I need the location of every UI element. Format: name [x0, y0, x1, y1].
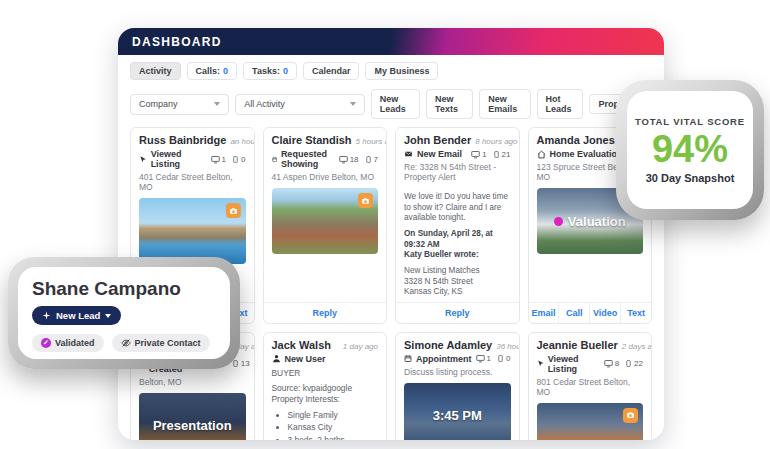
private-contact-badge: Private Contact [112, 334, 210, 352]
timestamp: 5 hours ago [356, 137, 387, 146]
reply-button[interactable]: Reply [396, 303, 519, 323]
desktop-view-count: 18 [350, 155, 359, 164]
play-icon [554, 217, 563, 226]
email-date: On Sunday, April 28, at 09:32 AM [404, 229, 493, 249]
appointment-thumbnail: 3:45 PM [404, 383, 511, 440]
filter-new-emails-button[interactable]: New Emails [479, 89, 530, 119]
lead-card-john-bender: John Bender8 hours ago New Email 1 21 Re… [395, 127, 520, 324]
mobile-icon [625, 359, 632, 368]
mobile-view-count: 13 [241, 359, 250, 368]
email-subject: Re: 3328 N 54th Street - Property Alert [404, 162, 511, 182]
tab-calendar[interactable]: Calendar [303, 62, 360, 80]
tab-calls[interactable]: Calls:0 [187, 62, 238, 80]
calendar-icon [272, 155, 277, 164]
email-preview: We love it! Do you have time to show it?… [396, 185, 519, 302]
filter-hot-leads-button[interactable]: Hot Leads [537, 89, 584, 119]
property-address: 41 Aspen Drive Belton, MO [272, 172, 379, 182]
score-title: TOTAL VITAL SCORE [635, 116, 745, 127]
lead-name: Jack Walsh [272, 339, 332, 351]
filter-new-leads-button[interactable]: New Leads [371, 89, 420, 119]
listing-photo [272, 188, 379, 254]
envelope-icon [404, 150, 413, 158]
person-icon [272, 354, 281, 363]
photo-count-badge[interactable] [226, 203, 241, 218]
activity-type: New Email [417, 149, 462, 159]
validated-badge: ✓Validated [32, 334, 104, 352]
window-header: DASHBOARD [118, 28, 664, 55]
lead-card-jack-walsh: Jack Walsh1 day ago New User BUYER Sourc… [263, 332, 388, 440]
cursor-icon [537, 359, 544, 368]
popup-lead-name: Shane Campano [32, 278, 216, 300]
tab-bar: Activity Calls:0 Tasks:0 Calendar My Bus… [118, 55, 664, 83]
mobile-view-count: 22 [634, 359, 643, 368]
lead-role: BUYER [272, 368, 379, 379]
mobile-view-count: 21 [502, 150, 511, 159]
desktop-view-count: 1 [482, 150, 486, 159]
company-select[interactable]: Company [130, 94, 229, 115]
camera-icon [361, 197, 370, 205]
activity-type: Viewed Listing [151, 149, 211, 169]
property-address: Belton, MO [139, 377, 246, 387]
email-body: We love it! Do you have time to show it?… [404, 192, 511, 224]
email-author: Katy Bueller wrote: [404, 250, 479, 259]
camera-icon [626, 411, 635, 419]
desktop-view-count: 1 [487, 354, 491, 363]
property-address: 801 Cedar Street Belton, MO [537, 377, 644, 397]
appointment-note: Discuss listing process. [404, 367, 511, 377]
desktop-icon [339, 155, 348, 164]
appointment-time-label: 3:45 PM [433, 408, 482, 423]
tab-tasks[interactable]: Tasks:0 [243, 62, 297, 80]
lead-card-claire-standish: Claire Standish5 hours ago Requested Sho… [263, 127, 388, 324]
photo-count-badge[interactable] [358, 193, 373, 208]
chevron-down-icon [214, 102, 220, 106]
lead-status-dropdown[interactable]: New Lead [32, 306, 121, 325]
mobile-view-count: 7 [374, 155, 378, 164]
listing-photo [139, 198, 246, 264]
total-vital-score-card: TOTAL VITAL SCORE 94% 30 Day Snapshot [616, 80, 764, 220]
camera-icon [229, 207, 238, 215]
sparkle-icon [42, 311, 51, 320]
quoted-line: 3328 N 54th Street [404, 277, 473, 286]
activity-type: New User [285, 354, 326, 364]
mobile-icon [493, 150, 500, 159]
tab-my-business[interactable]: My Business [365, 62, 438, 80]
quoted-line: New Listing Matches [404, 266, 480, 275]
dashboard-window: DASHBOARD Activity Calls:0 Tasks:0 Calen… [118, 28, 664, 440]
lead-card-simone-adamley: Simone Adamley36 hours ago Appointment 1… [395, 332, 520, 440]
home-icon [537, 150, 546, 159]
activity-type: Home Evaluation [550, 149, 623, 159]
eye-off-icon [121, 338, 131, 348]
reply-button[interactable]: Reply [264, 303, 387, 323]
quoted-line: Kansas City, KS [404, 287, 463, 296]
valuation-label: Valuation [568, 214, 626, 229]
photo-count-badge[interactable] [623, 408, 638, 423]
page-title: DASHBOARD [132, 35, 222, 49]
score-caption: 30 Day Snapshot [646, 172, 735, 184]
call-button[interactable]: Call [558, 303, 589, 323]
timestamp: 8 hours ago [475, 137, 517, 146]
desktop-view-count: 1 [222, 155, 226, 164]
email-button[interactable]: Email [529, 303, 559, 323]
presentation-thumbnail[interactable]: Presentation [139, 393, 246, 440]
mobile-icon [497, 354, 504, 363]
tab-activity[interactable]: Activity [130, 62, 181, 80]
presentation-label: Presentation [153, 418, 232, 433]
lead-source: Source: kvpaidgoogle [272, 383, 353, 393]
desktop-icon [471, 150, 480, 159]
desktop-icon [211, 155, 220, 164]
calls-count: 0 [223, 66, 228, 76]
desktop-view-count: 8 [615, 359, 619, 368]
timestamp: an hour ago [230, 137, 254, 146]
timestamp: 2 days ago [622, 342, 652, 351]
activity-type-select[interactable]: All Activity [235, 94, 365, 115]
mobile-icon [232, 155, 239, 164]
lead-name: John Bender [404, 134, 471, 146]
listing-photo [537, 403, 644, 440]
filter-new-texts-button[interactable]: New Texts [426, 89, 473, 119]
lead-name: Amanda Jones [537, 134, 615, 146]
interest-item: Single Family [288, 409, 379, 422]
text-button[interactable]: Text [620, 303, 651, 323]
lead-status-label: New Lead [56, 310, 100, 321]
property-interests-list: Single Family Kansas City 3 beds, 2 bath… [288, 409, 379, 440]
video-button[interactable]: Video [589, 303, 620, 323]
